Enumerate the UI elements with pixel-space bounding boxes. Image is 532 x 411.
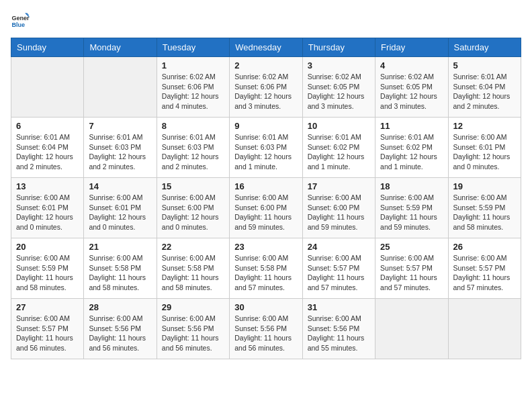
calendar-cell: 10Sunrise: 6:01 AM Sunset: 6:02 PM Dayli… xyxy=(302,118,375,178)
day-number: 1 xyxy=(162,60,224,71)
calendar-cell: 21Sunrise: 6:00 AM Sunset: 5:58 PM Dayli… xyxy=(84,238,157,299)
day-number: 25 xyxy=(380,242,443,252)
weekday-header: Sunday xyxy=(11,38,84,57)
day-number: 31 xyxy=(308,302,370,312)
day-info: Sunrise: 6:00 AM Sunset: 5:56 PM Dayligh… xyxy=(308,314,370,353)
calendar-cell: 4Sunrise: 6:02 AM Sunset: 6:05 PM Daylig… xyxy=(375,57,448,118)
day-info: Sunrise: 6:00 AM Sunset: 5:57 PM Dayligh… xyxy=(308,253,370,293)
day-number: 30 xyxy=(234,302,297,312)
weekday-header: Monday xyxy=(84,38,157,57)
calendar-cell: 25Sunrise: 6:00 AM Sunset: 5:57 PM Dayli… xyxy=(375,238,448,299)
calendar-week-row: 27Sunrise: 6:00 AM Sunset: 5:57 PM Dayli… xyxy=(11,299,521,359)
day-info: Sunrise: 6:02 AM Sunset: 6:06 PM Dayligh… xyxy=(234,72,297,111)
calendar-cell: 11Sunrise: 6:01 AM Sunset: 6:02 PM Dayli… xyxy=(375,118,448,178)
day-info: Sunrise: 6:00 AM Sunset: 5:58 PM Dayligh… xyxy=(162,253,224,293)
day-number: 9 xyxy=(234,121,297,131)
day-info: Sunrise: 6:01 AM Sunset: 6:03 PM Dayligh… xyxy=(89,132,151,172)
calendar-cell: 31Sunrise: 6:00 AM Sunset: 5:56 PM Dayli… xyxy=(302,299,375,359)
calendar-week-row: 6Sunrise: 6:01 AM Sunset: 6:04 PM Daylig… xyxy=(11,118,521,178)
day-info: Sunrise: 6:00 AM Sunset: 5:58 PM Dayligh… xyxy=(89,253,151,293)
calendar-week-row: 13Sunrise: 6:00 AM Sunset: 6:01 PM Dayli… xyxy=(11,178,521,238)
calendar-cell: 24Sunrise: 6:00 AM Sunset: 5:57 PM Dayli… xyxy=(302,238,375,299)
day-number: 14 xyxy=(89,181,151,191)
logo: General Blue xyxy=(11,11,32,30)
calendar-cell: 20Sunrise: 6:00 AM Sunset: 5:59 PM Dayli… xyxy=(11,238,84,299)
weekday-header: Friday xyxy=(375,38,448,57)
calendar-cell: 12Sunrise: 6:00 AM Sunset: 6:01 PM Dayli… xyxy=(448,118,521,178)
calendar-cell: 15Sunrise: 6:00 AM Sunset: 6:00 PM Dayli… xyxy=(157,178,229,238)
day-info: Sunrise: 6:01 AM Sunset: 6:04 PM Dayligh… xyxy=(453,72,516,111)
day-number: 23 xyxy=(234,242,297,252)
calendar-week-row: 20Sunrise: 6:00 AM Sunset: 5:59 PM Dayli… xyxy=(11,238,521,299)
calendar-cell: 6Sunrise: 6:01 AM Sunset: 6:04 PM Daylig… xyxy=(11,118,84,178)
calendar-cell: 7Sunrise: 6:01 AM Sunset: 6:03 PM Daylig… xyxy=(84,118,157,178)
calendar-cell: 2Sunrise: 6:02 AM Sunset: 6:06 PM Daylig… xyxy=(230,57,302,118)
calendar-cell: 26Sunrise: 6:00 AM Sunset: 5:57 PM Dayli… xyxy=(448,238,521,299)
calendar-cell: 5Sunrise: 6:01 AM Sunset: 6:04 PM Daylig… xyxy=(448,57,521,118)
day-info: Sunrise: 6:01 AM Sunset: 6:03 PM Dayligh… xyxy=(234,132,297,172)
calendar-cell: 3Sunrise: 6:02 AM Sunset: 6:05 PM Daylig… xyxy=(302,57,375,118)
day-number: 28 xyxy=(89,302,151,312)
day-number: 27 xyxy=(16,302,79,312)
day-info: Sunrise: 6:00 AM Sunset: 5:59 PM Dayligh… xyxy=(380,193,443,232)
calendar-cell: 1Sunrise: 6:02 AM Sunset: 6:06 PM Daylig… xyxy=(157,57,229,118)
day-number: 24 xyxy=(308,242,370,252)
logo-icon: General Blue xyxy=(11,11,30,30)
calendar-cell: 14Sunrise: 6:00 AM Sunset: 6:01 PM Dayli… xyxy=(84,178,157,238)
day-number: 15 xyxy=(162,181,224,191)
day-number: 7 xyxy=(89,121,151,131)
calendar-cell: 28Sunrise: 6:00 AM Sunset: 5:56 PM Dayli… xyxy=(84,299,157,359)
day-number: 10 xyxy=(308,121,370,131)
day-number: 11 xyxy=(380,121,443,131)
calendar-cell: 19Sunrise: 6:00 AM Sunset: 5:59 PM Dayli… xyxy=(448,178,521,238)
day-info: Sunrise: 6:02 AM Sunset: 6:06 PM Dayligh… xyxy=(162,72,224,111)
calendar-cell: 18Sunrise: 6:00 AM Sunset: 5:59 PM Dayli… xyxy=(375,178,448,238)
day-info: Sunrise: 6:01 AM Sunset: 6:02 PM Dayligh… xyxy=(308,132,370,172)
day-info: Sunrise: 6:01 AM Sunset: 6:04 PM Dayligh… xyxy=(16,132,79,172)
day-info: Sunrise: 6:00 AM Sunset: 5:56 PM Dayligh… xyxy=(89,314,151,353)
calendar-cell xyxy=(448,299,521,359)
page-header: General Blue xyxy=(11,11,521,30)
day-info: Sunrise: 6:00 AM Sunset: 5:58 PM Dayligh… xyxy=(234,253,297,293)
calendar-cell xyxy=(11,57,84,118)
day-number: 29 xyxy=(162,302,224,312)
day-info: Sunrise: 6:00 AM Sunset: 5:57 PM Dayligh… xyxy=(380,253,443,293)
day-number: 6 xyxy=(16,121,79,131)
day-info: Sunrise: 6:00 AM Sunset: 6:01 PM Dayligh… xyxy=(16,193,79,232)
day-info: Sunrise: 6:00 AM Sunset: 6:01 PM Dayligh… xyxy=(453,132,516,172)
calendar-cell: 16Sunrise: 6:00 AM Sunset: 6:00 PM Dayli… xyxy=(230,178,302,238)
day-number: 4 xyxy=(380,60,443,71)
calendar-header-row: SundayMondayTuesdayWednesdayThursdayFrid… xyxy=(11,38,521,57)
day-info: Sunrise: 6:02 AM Sunset: 6:05 PM Dayligh… xyxy=(308,72,370,111)
day-number: 19 xyxy=(453,181,516,191)
calendar-table: SundayMondayTuesdayWednesdayThursdayFrid… xyxy=(11,38,521,359)
day-number: 17 xyxy=(308,181,370,191)
calendar-cell: 9Sunrise: 6:01 AM Sunset: 6:03 PM Daylig… xyxy=(230,118,302,178)
day-info: Sunrise: 6:00 AM Sunset: 5:57 PM Dayligh… xyxy=(16,314,79,353)
calendar-cell xyxy=(84,57,157,118)
calendar-body: 1Sunrise: 6:02 AM Sunset: 6:06 PM Daylig… xyxy=(11,57,521,359)
day-info: Sunrise: 6:00 AM Sunset: 6:00 PM Dayligh… xyxy=(234,193,297,232)
calendar-cell xyxy=(375,299,448,359)
calendar-cell: 23Sunrise: 6:00 AM Sunset: 5:58 PM Dayli… xyxy=(230,238,302,299)
calendar-cell: 22Sunrise: 6:00 AM Sunset: 5:58 PM Dayli… xyxy=(157,238,229,299)
calendar-cell: 27Sunrise: 6:00 AM Sunset: 5:57 PM Dayli… xyxy=(11,299,84,359)
svg-text:Blue: Blue xyxy=(11,21,25,28)
day-number: 18 xyxy=(380,181,443,191)
day-info: Sunrise: 6:00 AM Sunset: 5:59 PM Dayligh… xyxy=(453,193,516,232)
weekday-header: Wednesday xyxy=(230,38,302,57)
weekday-header: Thursday xyxy=(302,38,375,57)
day-number: 8 xyxy=(162,121,224,131)
calendar-cell: 29Sunrise: 6:00 AM Sunset: 5:56 PM Dayli… xyxy=(157,299,229,359)
day-number: 12 xyxy=(453,121,516,131)
calendar-week-row: 1Sunrise: 6:02 AM Sunset: 6:06 PM Daylig… xyxy=(11,57,521,118)
day-info: Sunrise: 6:01 AM Sunset: 6:03 PM Dayligh… xyxy=(162,132,224,172)
calendar-cell: 30Sunrise: 6:00 AM Sunset: 5:56 PM Dayli… xyxy=(230,299,302,359)
day-number: 21 xyxy=(89,242,151,252)
weekday-header: Tuesday xyxy=(157,38,229,57)
day-number: 5 xyxy=(453,60,516,71)
day-number: 16 xyxy=(234,181,297,191)
calendar-cell: 8Sunrise: 6:01 AM Sunset: 6:03 PM Daylig… xyxy=(157,118,229,178)
day-number: 2 xyxy=(234,60,297,71)
day-info: Sunrise: 6:00 AM Sunset: 6:00 PM Dayligh… xyxy=(308,193,370,232)
